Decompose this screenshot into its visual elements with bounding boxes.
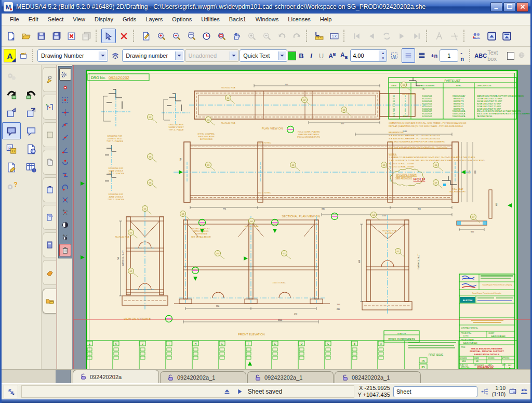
bold-button[interactable]: B xyxy=(297,52,306,60)
text-type-select[interactable]: Drawing number xyxy=(122,49,184,62)
tab-views[interactable] xyxy=(43,232,56,257)
text-mode-select[interactable]: Quick Text xyxy=(240,49,287,62)
menu-windows[interactable]: Windows xyxy=(251,15,283,24)
point-coordinate-button[interactable] xyxy=(60,206,71,218)
sheet-tab-092420202a_1[interactable]: 092420202a_1 xyxy=(160,371,246,383)
maximize-button[interactable] xyxy=(503,2,515,12)
close-button[interactable] xyxy=(516,2,528,12)
italic-button[interactable]: I xyxy=(307,52,316,60)
point-on-arc-button[interactable] xyxy=(60,119,71,131)
checkin-button[interactable] xyxy=(2,86,21,103)
point-delete-button[interactable] xyxy=(59,244,71,256)
zoom-out-button[interactable] xyxy=(169,29,183,43)
tab-sheets[interactable] xyxy=(43,205,56,230)
point-parallel-button[interactable] xyxy=(60,169,71,180)
hierarchy-icon[interactable] xyxy=(481,387,489,396)
parts-table-button[interactable]: i xyxy=(22,159,41,176)
menu-view[interactable]: View xyxy=(69,15,89,24)
set-scale-button[interactable]: 1:X xyxy=(327,29,341,43)
checkout-button[interactable] xyxy=(22,86,41,103)
spellcheck-button[interactable]: ABC xyxy=(474,53,487,59)
view-sheet-button[interactable] xyxy=(139,29,153,43)
zoom-extents-button[interactable] xyxy=(214,29,229,43)
sheet-tab-082420202a_1[interactable]: 082420202a_1 xyxy=(335,371,421,383)
menu-display[interactable]: Display xyxy=(90,15,117,24)
cancel-action-button[interactable] xyxy=(116,29,131,43)
users-icon[interactable] xyxy=(520,387,528,396)
new-sheet-version-button[interactable] xyxy=(2,104,21,121)
pan-button[interactable] xyxy=(229,29,244,43)
user-manager-button[interactable] xyxy=(469,29,484,43)
monitor-icon[interactable] xyxy=(509,387,517,396)
subscript-button[interactable]: AB xyxy=(338,51,350,60)
tab-auto[interactable] xyxy=(43,122,56,147)
point-perpendicular-button[interactable] xyxy=(60,144,71,155)
minimize-button[interactable] xyxy=(490,2,502,12)
point-on-line-button[interactable] xyxy=(60,132,71,143)
text-box-checkbox[interactable] xyxy=(507,52,514,60)
delete-sheet-button[interactable] xyxy=(64,29,78,43)
point-radius-button[interactable] xyxy=(60,181,71,193)
menu-licenses[interactable]: Licenses xyxy=(284,15,314,24)
tab-clipboard[interactable] xyxy=(43,177,56,202)
checkout-auto-button[interactable] xyxy=(22,122,41,139)
drawing-canvas[interactable]: DRG No. 092420202 xyxy=(72,65,530,369)
pdm-browser-button[interactable]: PB xyxy=(2,140,21,158)
title-bar[interactable]: M MEDUSA4 5.2 (Build 5.2.0 #16489) 2D/Dr… xyxy=(2,0,530,14)
menu-layers[interactable]: Layers xyxy=(141,15,167,24)
text-color-swatch[interactable] xyxy=(288,51,296,60)
menu-grids[interactable]: Grids xyxy=(118,15,140,24)
point-scan-button[interactable] xyxy=(59,68,71,81)
tab-files[interactable] xyxy=(43,289,56,314)
decrement-label[interactable]: -n xyxy=(459,49,467,62)
text-tool-button[interactable]: A xyxy=(4,49,16,62)
sheet-properties-button[interactable] xyxy=(2,159,21,176)
point-origin-button[interactable] xyxy=(60,219,71,230)
eject-icon[interactable] xyxy=(223,387,231,396)
menu-select[interactable]: Select xyxy=(44,15,68,24)
spin-down-icon[interactable]: ▼ xyxy=(379,56,387,61)
text-style-select[interactable]: Drawing Number xyxy=(37,49,108,62)
tab-dimensioning[interactable] xyxy=(43,95,56,120)
align-single-button[interactable] xyxy=(402,48,415,63)
save-sheet-as-button[interactable] xyxy=(49,29,63,43)
superscript-button[interactable]: AB xyxy=(326,52,338,60)
play-icon[interactable] xyxy=(235,387,244,396)
text-size-spinner[interactable]: ▲▼ xyxy=(350,49,387,62)
tab-sheet[interactable] xyxy=(43,150,56,175)
menu-utilities[interactable]: Utilities xyxy=(197,15,223,24)
tab-grab[interactable] xyxy=(43,260,56,285)
point-reference-button[interactable] xyxy=(60,107,71,118)
text-frame-button[interactable]: M xyxy=(388,48,401,63)
measure-button[interactable] xyxy=(312,29,326,43)
sheet-tab-092423202a_1[interactable]: 092423202a_1 xyxy=(247,371,334,383)
point-intersection-button[interactable] xyxy=(60,194,71,205)
new-sheet-button[interactable] xyxy=(4,29,18,43)
point-tangent-button[interactable] xyxy=(60,157,71,168)
zoom-named-button[interactable] xyxy=(184,29,198,43)
zoom-previous-button[interactable] xyxy=(199,29,214,43)
sheet-transfer-button[interactable] xyxy=(22,140,41,158)
line-number-input[interactable] xyxy=(440,49,458,62)
layers-button[interactable] xyxy=(109,48,122,63)
sheet-tab-092420202a[interactable]: 092420202a xyxy=(73,370,159,383)
menu-options[interactable]: Options xyxy=(168,15,196,24)
point-grid-button[interactable] xyxy=(60,94,71,106)
select-tool-button[interactable] xyxy=(101,29,116,43)
menu-edit[interactable]: Edit xyxy=(24,15,43,24)
mode-input[interactable] xyxy=(393,386,477,397)
menu-bacis1[interactable]: Bacis1 xyxy=(225,15,250,24)
pdm-help-button[interactable]: ? xyxy=(2,177,21,194)
checkin-auto-button[interactable] xyxy=(2,122,21,139)
point-relative-button[interactable] xyxy=(60,231,71,243)
new-sheet-from-button[interactable] xyxy=(22,104,41,121)
menu-help[interactable]: Help xyxy=(316,15,336,24)
save-sheet-button[interactable] xyxy=(34,29,48,43)
text-size-input[interactable] xyxy=(351,53,379,59)
point-free-button[interactable] xyxy=(60,82,71,93)
open-sheet-button[interactable] xyxy=(19,29,33,43)
tab-draft-settings[interactable] xyxy=(43,67,56,92)
increment-label[interactable]: +n xyxy=(429,53,439,59)
menu-file[interactable]: File xyxy=(6,15,23,24)
collapse-all-toolbars-button[interactable] xyxy=(499,29,514,43)
